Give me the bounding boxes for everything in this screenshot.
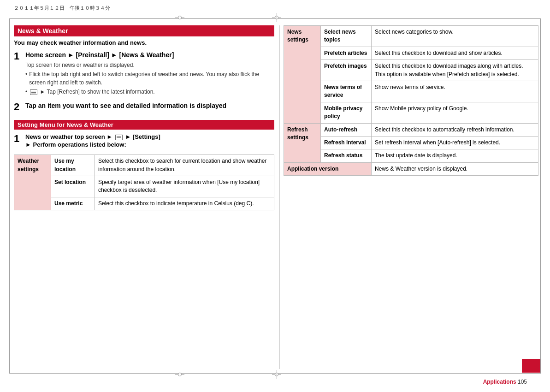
vertical-divider (279, 25, 280, 369)
red-corner-accent (522, 359, 540, 373)
sub-section-title: Setting Menu for News & Weather (14, 120, 274, 130)
footer: Applications 105 (483, 379, 527, 385)
step-3-title: News or weather top screen ► ► [Settings… (25, 133, 274, 149)
header-date: ２０１１年５月１２日 午後１０時３４分 (14, 5, 110, 12)
left-content: News & Weather You may check weather inf… (14, 25, 274, 210)
step-3-number: 1 (14, 133, 25, 144)
step-1-body: Top screen for news or weather is displa… (25, 61, 274, 96)
right-content: News settingsSelect news topicsSelect ne… (284, 25, 538, 176)
step-2-title: Tap an item you want to see and detailed… (25, 101, 274, 110)
step-3: 1 News or weather top screen ► ► [Settin… (14, 133, 274, 151)
step-1-content: Home screen ► [Preinstall] ► [News & Wea… (25, 51, 274, 96)
step-3-content: News or weather top screen ► ► [Settings… (25, 133, 274, 151)
step-2-content: Tap an item you want to see and detailed… (25, 101, 274, 112)
section-title: News & Weather (14, 25, 274, 36)
step-1: 1 Home screen ► [Preinstall] ► [News & W… (14, 51, 274, 96)
step-1-title: Home screen ► [Preinstall] ► [News & Wea… (25, 51, 274, 59)
page-number: 105 (518, 379, 527, 385)
section-subtitle: You may check weather information and ne… (14, 39, 274, 46)
right-table: News settingsSelect news topicsSelect ne… (284, 25, 538, 176)
footer-app-label: Applications (483, 379, 518, 385)
crosshair-bottom-left (175, 370, 184, 379)
menu-icon-1 (30, 89, 37, 95)
crosshair-top (272, 13, 281, 22)
page-border-right (540, 18, 541, 374)
settings-table: Weather settingsUse my locationSelect th… (14, 154, 274, 210)
page-border-left (9, 18, 10, 374)
menu-icon-2 (115, 135, 123, 140)
step-1-number: 1 (14, 51, 25, 62)
step-2-number: 2 (14, 101, 25, 113)
crosshair-top-left (175, 13, 184, 22)
step-2: 2 Tap an item you want to see and detail… (14, 101, 274, 113)
crosshair-bottom (272, 370, 281, 379)
